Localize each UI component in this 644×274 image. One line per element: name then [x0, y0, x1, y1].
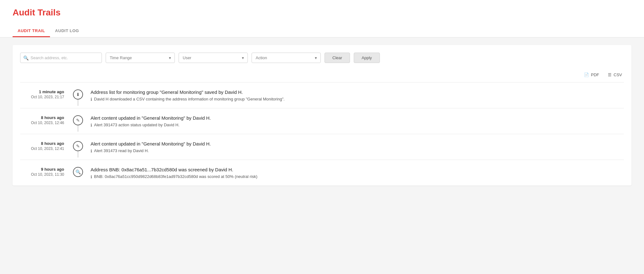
tab-audit-log[interactable]: AUDIT LOG	[50, 25, 84, 37]
timeline-line	[78, 125, 78, 132]
time-relative: 8 hours ago	[20, 141, 64, 146]
event-detail: ℹ Alert 391473 action status updated by …	[91, 123, 624, 128]
time-relative: 9 hours ago	[20, 167, 64, 172]
event-detail: ℹ David H downloaded a CSV containing th…	[91, 97, 624, 102]
action-wrapper: Action ▼	[252, 53, 321, 63]
info-icon: ℹ	[91, 123, 92, 128]
edit-icon: ✎	[73, 115, 83, 125]
time-column: 8 hours ago Oct 10, 2023, 12:41	[20, 140, 70, 151]
icon-column: ✎	[70, 140, 86, 151]
icon-column: ✎	[70, 115, 86, 125]
event-content: Address BNB: 0x8ac76a51...7b32cd580d was…	[86, 166, 624, 179]
timeline-item: 8 hours ago Oct 10, 2023, 12:46 ✎ Alert …	[20, 108, 624, 134]
search-input[interactable]	[20, 53, 102, 63]
timeline-item: 9 hours ago Oct 10, 2023, 11:30 🔍 Addres…	[20, 160, 624, 186]
time-column: 1 minute ago Oct 10, 2023, 21:17	[20, 89, 70, 99]
search-icon: 🔍	[23, 55, 29, 60]
timeline-list: 1 minute ago Oct 10, 2023, 21:17 ⬇ Addre…	[20, 82, 624, 186]
timeline-item: 1 minute ago Oct 10, 2023, 21:17 ⬇ Addre…	[20, 82, 624, 108]
time-absolute: Oct 10, 2023, 21:17	[20, 95, 64, 99]
timeline-line	[78, 100, 78, 106]
event-detail-text: Alert 391473 action status updated by Da…	[94, 123, 180, 127]
user-select[interactable]: User	[179, 53, 248, 63]
export-row: 📄 PDF ☰ CSV	[20, 68, 624, 82]
event-content: Address list for monitoring group "Gener…	[86, 89, 624, 102]
event-content: Alert content updated in "General Monito…	[86, 140, 624, 153]
pdf-icon: 📄	[584, 72, 589, 77]
event-title: Alert content updated in "General Monito…	[91, 115, 624, 121]
timeline-item: 8 hours ago Oct 10, 2023, 12:41 ✎ Alert …	[20, 134, 624, 160]
csv-export-button[interactable]: ☰ CSV	[606, 71, 624, 78]
event-detail: ℹ Alert 391473 read by David H.	[91, 148, 624, 153]
main-content: 🔍 Time Range ▼ User ▼ Action ▼	[0, 37, 644, 193]
event-detail-text: Alert 391473 read by David H.	[94, 148, 149, 153]
time-column: 8 hours ago Oct 10, 2023, 12:46	[20, 115, 70, 125]
time-absolute: Oct 10, 2023, 12:46	[20, 121, 64, 125]
download-icon: ⬇	[73, 89, 83, 100]
filter-row: 🔍 Time Range ▼ User ▼ Action ▼	[20, 53, 624, 63]
apply-button[interactable]: Apply	[354, 53, 380, 63]
time-column: 9 hours ago Oct 10, 2023, 11:30	[20, 166, 70, 177]
event-content: Alert content updated in "General Monito…	[86, 115, 624, 128]
page-title: Audit Trails	[13, 8, 631, 23]
timeline-line	[78, 151, 78, 157]
search-wrapper: 🔍	[20, 53, 102, 63]
filter-card: 🔍 Time Range ▼ User ▼ Action ▼	[13, 45, 631, 186]
edit-icon: ✎	[73, 141, 83, 151]
time-range-select[interactable]: Time Range	[106, 53, 175, 63]
time-relative: 1 minute ago	[20, 89, 64, 94]
event-title: Alert content updated in "General Monito…	[91, 141, 624, 146]
event-detail: ℹ BNB: 0x8ac76a51cc950d9822d68b83fe1ad97…	[91, 174, 624, 179]
icon-column: 🔍	[70, 166, 86, 177]
csv-label: CSV	[613, 72, 622, 77]
info-icon: ℹ	[91, 174, 92, 179]
time-relative: 8 hours ago	[20, 115, 64, 120]
search-icon: 🔍	[73, 167, 83, 177]
time-range-wrapper: Time Range ▼	[106, 53, 175, 63]
tabs-bar: AUDIT TRAIL AUDIT LOG	[13, 25, 631, 37]
event-title: Address BNB: 0x8ac76a51...7b32cd580d was…	[91, 167, 624, 172]
user-wrapper: User ▼	[179, 53, 248, 63]
info-icon: ℹ	[91, 149, 92, 153]
icon-column: ⬇	[70, 89, 86, 100]
info-icon: ℹ	[91, 97, 92, 102]
pdf-label: PDF	[591, 72, 599, 77]
csv-icon: ☰	[608, 72, 612, 77]
time-absolute: Oct 10, 2023, 12:41	[20, 146, 64, 151]
event-title: Address list for monitoring group "Gener…	[91, 89, 624, 95]
event-detail-text: BNB: 0x8ac76a51cc950d9822d68b83fe1ad97b3…	[94, 174, 258, 179]
pdf-export-button[interactable]: 📄 PDF	[582, 71, 601, 78]
tab-audit-trail[interactable]: AUDIT TRAIL	[13, 25, 50, 37]
page-header: Audit Trails AUDIT TRAIL AUDIT LOG	[0, 0, 644, 37]
time-absolute: Oct 10, 2023, 11:30	[20, 172, 64, 177]
action-select[interactable]: Action	[252, 53, 321, 63]
clear-button[interactable]: Clear	[325, 53, 350, 63]
event-detail-text: David H downloaded a CSV containing the …	[94, 97, 285, 101]
